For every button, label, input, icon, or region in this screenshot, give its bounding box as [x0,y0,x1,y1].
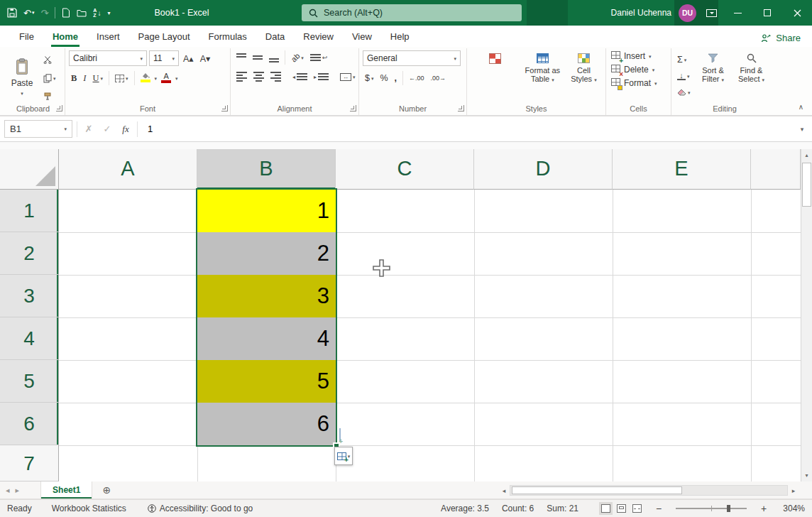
insert-cells-button[interactable]: Insert▾ [610,50,667,62]
ribbon-tab-view[interactable]: View [343,27,381,47]
decrease-font-size-button[interactable]: A▾ [198,51,213,65]
page-layout-view-button[interactable] [617,504,626,513]
new-sheet-button[interactable]: ⊕ [92,484,121,496]
redo-button[interactable]: ↷ [40,8,48,18]
column-header-A[interactable]: A [59,149,197,190]
align-left-button[interactable] [234,70,249,84]
decrease-decimal-button[interactable]: .00→ [429,71,449,85]
ribbon-tab-home[interactable]: Home [43,27,87,47]
close-button[interactable] [782,0,812,26]
ribbon-tab-review[interactable]: Review [294,27,343,47]
status-average[interactable]: Average: 3.5 [441,504,489,513]
accessibility-status[interactable]: Accessibility: Good to go [148,504,253,513]
maximize-button[interactable] [752,0,782,26]
fill-color-button[interactable] [138,71,153,85]
increase-decimal-button[interactable]: ←.00 [407,71,427,85]
qat-customize-chevron-icon[interactable]: ▾ [107,10,110,16]
ribbon-tab-insert[interactable]: Insert [87,27,129,47]
number-dialog-launcher[interactable] [458,105,464,111]
middle-align-button[interactable] [251,50,265,65]
name-box[interactable]: B1▾ [4,120,72,138]
delete-cells-button[interactable]: Delete▾ [610,64,667,75]
zoom-level[interactable]: 304% [781,504,805,513]
cell-styles-button[interactable]: Cell Styles ▾ [566,50,602,83]
zoom-slider-thumb[interactable] [727,505,730,512]
column-header-B[interactable]: B [197,149,336,190]
status-sum[interactable]: Sum: 21 [547,504,578,513]
ribbon-tab-file[interactable]: File [10,27,43,47]
hscroll-thumb[interactable] [512,486,682,494]
undo-button[interactable]: ↶▾ [23,8,34,18]
borders-button[interactable]: ▾ [113,71,131,85]
cancel-button[interactable]: ✗ [82,124,96,134]
font-dialog-launcher[interactable] [221,105,228,111]
increase-font-size-button[interactable]: A▴ [181,51,196,65]
sort-ascending-button[interactable]: AZ↓ [93,8,101,18]
autosum-button[interactable]: Σ▾ [675,53,693,67]
percent-style-button[interactable]: % [378,71,390,85]
font-color-button[interactable]: A [159,71,173,85]
top-align-button[interactable] [234,50,248,65]
accounting-format-button[interactable]: $▾ [363,71,375,85]
hscroll-track[interactable] [510,485,788,496]
column-header-partial[interactable] [751,149,801,190]
row-header-3[interactable]: 3 [0,275,59,317]
column-header-E[interactable]: E [613,149,751,190]
ribbon-tab-page-layout[interactable]: Page Layout [129,27,199,47]
zoom-slider[interactable] [676,504,747,513]
row-header-2[interactable]: 2 [0,232,59,275]
find-select-button[interactable]: Find & Select ▾ [734,50,769,83]
column-header-C[interactable]: C [336,149,474,190]
minimize-button[interactable] [723,0,752,26]
sheet-nav-right-icon[interactable]: ▸ [10,486,26,495]
column-header-D[interactable]: D [474,149,613,190]
vertical-scrollbar[interactable]: ▴ ▾ [801,149,812,481]
underline-button[interactable]: U▾ [91,71,106,85]
alignment-dialog-launcher[interactable] [350,105,356,111]
bold-button[interactable]: B [69,71,79,85]
comma-style-button[interactable]: , [393,71,399,85]
page-break-view-button[interactable] [632,504,642,513]
conditional-formatting-button[interactable] [471,50,520,67]
increase-indent-button[interactable]: ▸ [312,70,331,84]
vscroll-down-icon[interactable]: ▾ [801,469,812,481]
vscroll-track[interactable] [801,161,812,469]
copy-button[interactable]: ▾ [41,71,58,85]
ribbon-tab-data[interactable]: Data [256,27,294,47]
ribbon-display-options-icon[interactable] [706,9,717,17]
vscroll-up-icon[interactable]: ▴ [801,149,812,161]
orientation-button[interactable]: ab▾ [289,50,306,65]
fill-button[interactable]: ↓▾ [675,69,693,83]
formula-bar-expand-chevron[interactable]: ▾ [796,126,808,133]
italic-button[interactable]: I [81,71,88,85]
select-all-corner[interactable] [0,149,59,190]
normal-view-button[interactable] [601,504,610,513]
vscroll-thumb[interactable] [802,163,811,207]
formula-input[interactable]: 1 [142,124,792,134]
row-header-4[interactable]: 4 [0,317,59,360]
row-header-7[interactable]: 7 [0,445,59,481]
decrease-indent-button[interactable]: ◂ [290,70,309,84]
auto-fill-options-button[interactable]: ▾ [334,447,353,465]
ribbon-tab-formulas[interactable]: Formulas [199,27,256,47]
new-file-button[interactable] [62,8,70,18]
enter-button[interactable]: ✓ [100,124,114,134]
clipboard-dialog-launcher[interactable] [56,105,62,111]
cut-button[interactable] [41,53,58,67]
workbook-statistics-button[interactable]: Workbook Statistics [52,504,126,513]
sheet-tab-sheet1[interactable]: Sheet1 [40,481,92,499]
save-button[interactable] [7,8,17,18]
insert-function-button[interactable]: fx [119,124,133,135]
wrap-text-button[interactable]: ↩ [308,50,330,65]
font-size-select[interactable]: 11▾ [149,50,179,66]
search-box[interactable]: Search (Alt+Q) [302,4,522,21]
paste-button[interactable]: Paste ▾ [5,50,39,103]
number-format-select[interactable]: General▾ [363,50,461,66]
clear-button[interactable]: ▾ [675,85,693,99]
open-file-button[interactable] [77,9,87,17]
hscroll-right-icon[interactable]: ▸ [788,487,799,494]
merge-center-button[interactable]: ↔▾ [338,70,358,84]
format-painter-button[interactable] [41,89,58,104]
share-button[interactable]: Share [761,33,801,43]
row-header-5[interactable]: 5 [0,360,59,403]
